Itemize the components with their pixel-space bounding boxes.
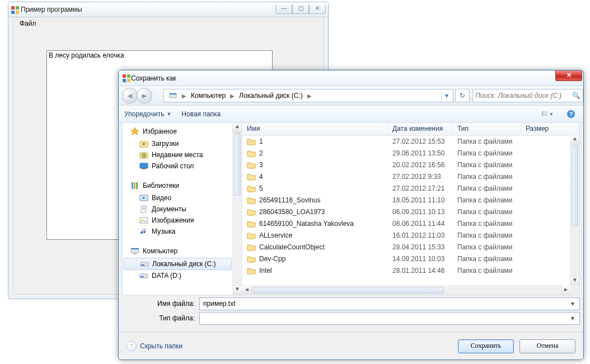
file-row[interactable]: 127.02.2012 15:53Папка с файлами: [242, 135, 570, 147]
breadcrumb[interactable]: ▶ Компьютер ▶ Локальный диск (C:) ▶ ▾: [163, 89, 453, 102]
file-list-hscroll[interactable]: ◄ ►: [242, 285, 570, 295]
tree-item-recent[interactable]: Недавние места: [123, 149, 233, 160]
tree-item-pictures[interactable]: Изображения: [123, 215, 233, 226]
tree-item-drive-d[interactable]: DATA (D:): [123, 270, 233, 281]
file-row[interactable]: CalculateCountObject28.04.2011 15:33Папк…: [242, 241, 570, 253]
folder-icon: [247, 219, 256, 228]
file-row[interactable]: 527.02.2012 17:21Папка с файлами: [242, 182, 570, 194]
dialog-close-button[interactable]: ✕: [555, 70, 582, 81]
dialog-bottom-bar: ˄ Скрыть папки Сохранить Отмена: [119, 332, 583, 360]
scroll-down-icon[interactable]: ▼: [570, 276, 579, 286]
filetype-input[interactable]: ▾: [199, 312, 580, 325]
tree-libraries[interactable]: Библиотеки: [123, 178, 233, 192]
dialog-fields: Имя файла: ▾ Тип файла: ▾: [122, 296, 580, 325]
folder-icon: [247, 243, 256, 252]
tree-favorites[interactable]: Избранное: [123, 124, 233, 138]
tree-item-music[interactable]: Музыка: [123, 226, 233, 237]
tree-item-desktop[interactable]: Рабочий стол: [123, 160, 233, 172]
filetype-value[interactable]: [202, 314, 568, 323]
scroll-up-icon[interactable]: ▲: [570, 135, 579, 145]
file-row[interactable]: ALLservice16.01.2012 11:03Папка с файлам…: [242, 229, 570, 241]
col-size[interactable]: Размер: [521, 123, 579, 135]
svg-rect-12: [542, 113, 544, 114]
dialog-titlebar[interactable]: Сохранить как ✕: [119, 70, 583, 86]
breadcrumb-seg-1[interactable]: Локальный диск (C:): [236, 89, 306, 102]
organize-button[interactable]: Упорядочить ▼: [124, 110, 171, 118]
filename-dropdown-button[interactable]: ▾: [568, 298, 577, 310]
scroll-left-icon[interactable]: ◄: [242, 286, 252, 295]
file-row[interactable]: 229.06.2011 13:50Папка с файлами: [242, 147, 570, 159]
textarea-value: В лесу родилась елочка: [49, 51, 124, 59]
filename-input[interactable]: ▾: [199, 297, 580, 310]
filename-value[interactable]: [202, 299, 568, 308]
breadcrumb-root-icon[interactable]: [165, 89, 181, 102]
folder-icon: [247, 231, 256, 240]
chevron-right-icon[interactable]: ▶: [181, 93, 188, 99]
tree-item-documents[interactable]: Документы: [123, 204, 233, 215]
scroll-thumb[interactable]: [252, 287, 444, 294]
hide-folders-button[interactable]: ˄ Скрыть папки: [127, 341, 182, 351]
svg-rect-25: [134, 182, 135, 189]
app-title: Пример программы: [21, 6, 275, 13]
back-button[interactable]: ◄: [122, 88, 138, 103]
svg-rect-10: [542, 111, 544, 112]
chevron-down-icon: ▼: [166, 111, 171, 117]
close-button[interactable]: ✕: [309, 4, 326, 14]
svg-rect-11: [544, 111, 548, 112]
view-options-button[interactable]: ▼: [541, 107, 554, 121]
svg-rect-26: [136, 182, 138, 189]
breadcrumb-dropdown-button[interactable]: ▾: [441, 91, 452, 101]
file-type: Папка с файлами: [453, 149, 521, 157]
file-row[interactable]: 265491116_Sovinus18.05.2011 11:10Папка с…: [242, 194, 570, 206]
help-button[interactable]: ?: [564, 107, 578, 121]
col-name[interactable]: Имя: [242, 123, 388, 135]
maximize-button[interactable]: ▢: [292, 4, 309, 14]
tree-item-drive-c[interactable]: Локальный диск (C:): [124, 258, 232, 270]
scroll-right-icon[interactable]: ►: [561, 286, 570, 295]
scroll-thumb[interactable]: [572, 145, 578, 226]
filetype-dropdown-button[interactable]: ▾: [568, 313, 577, 324]
file-date: 18.05.2011 11:10: [388, 196, 453, 204]
file-name: Dev-Cpp: [259, 255, 285, 263]
file-type: Папка с файлами: [453, 220, 521, 228]
app-titlebar[interactable]: Пример программы — ▢ ✕: [8, 2, 328, 17]
scroll-down-icon[interactable]: ▼: [233, 285, 242, 295]
breadcrumb-seg-0[interactable]: Компьютер: [188, 89, 229, 102]
tree-item-downloads[interactable]: Загрузки: [123, 138, 233, 149]
file-row[interactable]: 614659100_Natasha Yakovleva08.06.2011 11…: [242, 218, 570, 229]
tree-computer[interactable]: Компьютер: [123, 244, 233, 258]
chevron-right-icon[interactable]: ▶: [306, 93, 313, 99]
chevron-right-icon[interactable]: ▶: [229, 93, 236, 99]
refresh-button[interactable]: ↻: [455, 89, 470, 102]
file-row[interactable]: 286043580_LOA197306.09.2011 10:13Папка с…: [242, 206, 570, 218]
tree-scrollbar[interactable]: ▲ ▼: [232, 123, 242, 295]
dialog-title: Сохранить как: [131, 74, 555, 82]
svg-rect-0: [11, 6, 15, 10]
file-row[interactable]: Dev-Cpp14.09.2011 10:03Папка с файлами: [242, 253, 570, 264]
forward-button[interactable]: ►: [137, 88, 152, 103]
file-name: ALLservice: [259, 231, 292, 239]
file-name: 1: [259, 138, 263, 145]
save-button[interactable]: Сохранить: [458, 339, 514, 353]
file-row[interactable]: 320.02.2012 16:56Папка с файлами: [242, 159, 570, 171]
folder-icon: [247, 266, 256, 275]
scroll-thumb[interactable]: [234, 133, 241, 196]
file-name: 286043580_LOA1973: [259, 208, 325, 216]
tree-item-video[interactable]: Видео: [123, 192, 233, 204]
col-date[interactable]: Дата изменения: [388, 123, 453, 135]
file-list-vscroll[interactable]: ▲ ▼: [570, 135, 579, 286]
menu-file[interactable]: Файл: [16, 19, 40, 28]
new-folder-button[interactable]: Новая папка: [181, 110, 221, 118]
cancel-button[interactable]: Отмена: [519, 339, 575, 353]
file-type: Папка с файлами: [453, 196, 521, 204]
scroll-up-icon[interactable]: ▲: [233, 123, 242, 133]
col-type[interactable]: Тип: [453, 123, 521, 135]
file-name: 5: [259, 185, 263, 192]
file-row[interactable]: Intel28.01.2011 14:46Папка с файлами: [242, 264, 570, 276]
file-row[interactable]: 427.02.2012 9:33Папка с файлами: [242, 171, 570, 182]
svg-rect-22: [140, 163, 148, 168]
file-type: Папка с файлами: [453, 255, 521, 263]
file-date: 08.06.2011 11:44: [388, 220, 453, 228]
search-input[interactable]: Поиск: Локальный диск (C:) 🔍: [472, 89, 583, 102]
minimize-button[interactable]: —: [275, 4, 292, 14]
